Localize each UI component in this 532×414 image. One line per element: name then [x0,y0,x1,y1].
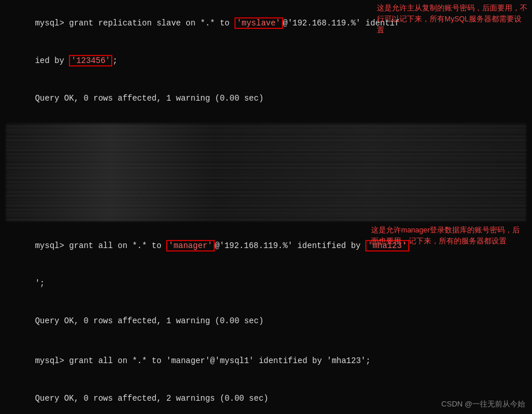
result-manager-1: Query OK, 0 rows affected, 1 warning (0.… [6,302,526,340]
myslave-highlight: 'myslave' [234,17,283,29]
annotation-1: 这是允许主从复制的账号密码，后面要用，不行可以记下来，所有MySQL服务器都需要… [377,3,527,35]
result-line-1: Query OK, 0 rows affected, 1 warning (0.… [6,80,526,117]
password-highlight-1: '123456' [69,55,112,66]
manager-cmd-mid: @'192.168.119.%' identified by [215,241,365,250]
command-cont-1b: ied by [35,56,69,65]
terminal: mysql> grant replication slave on *.* to… [0,0,532,414]
command-line-manager-cont: '; [6,265,526,302]
command-line-1b: ied by '123456'; [6,42,526,80]
manager-cmd-prefix: mysql> grant all on *.* to [35,241,166,250]
manager-highlight: 'manager' [166,240,215,252]
manager-cmd-end: '; [35,279,45,288]
blurred-section [6,123,526,221]
command-prefix-1: mysql> grant replication slave on *.* to [35,19,234,28]
command-mysql1: mysql> grant all on *.* to 'manager'@'my… [6,342,526,380]
result-manager-1-text: Query OK, 0 rows affected, 1 warning (0.… [35,316,263,326]
annotation-2: 这是允许manager登录数据库的账号密码，后面也要用，记下来，所有的服务器都设… [371,225,522,247]
command-semi-1: ; [112,56,117,65]
middle-section: mysql> grant all on *.* to 'manager'@'19… [6,225,526,340]
blurred-inner [6,123,526,221]
watermark: CSDN @一往无前从今始 [441,399,525,409]
